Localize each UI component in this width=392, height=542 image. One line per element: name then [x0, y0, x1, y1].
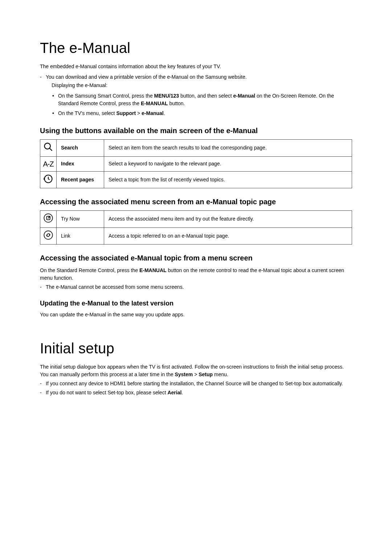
initial-setup-intro: The initial setup dialogue box appears w…: [40, 363, 352, 378]
heading-e-manual: The e-Manual: [40, 40, 352, 56]
svg-point-0: [45, 143, 50, 149]
text: button, and then select: [179, 93, 233, 99]
note-download: You can download and view a printable ve…: [40, 73, 352, 81]
note-aerial: If you do not want to select Set-top box…: [40, 389, 352, 397]
search-icon: [40, 140, 57, 157]
svg-line-1: [50, 148, 52, 151]
table-row: Try Now Access the associated menu item …: [40, 211, 352, 228]
heading-updating: Updating the e-Manual to the latest vers…: [40, 300, 352, 307]
text: button.: [168, 100, 185, 106]
heading-initial-setup: Initial setup: [40, 340, 352, 357]
index-label: Index: [57, 156, 104, 171]
emanual-button-label: E-MANUAL: [139, 267, 167, 273]
table-row: A-Z Index Select a keyword to navigate t…: [40, 156, 352, 171]
text: .: [181, 390, 183, 395]
link-desc: Access a topic referred to on an e-Manua…: [104, 227, 352, 245]
setup-label: Setup: [199, 371, 213, 377]
link-label: Link: [57, 227, 104, 245]
document-page: The e-Manual The embedded e-Manual conta…: [0, 0, 392, 542]
system-label: System: [175, 371, 193, 377]
table-row: Link Access a topic referred to on an e-…: [40, 227, 352, 245]
text: >: [193, 371, 199, 377]
sub-displaying: Displaying the e-Manual:: [40, 82, 352, 89]
trynow-desc: Access the associated menu item and try …: [104, 211, 352, 228]
search-desc: Select an item from the search results t…: [104, 140, 352, 157]
link-icon: [40, 227, 57, 245]
heading-accessing-menu: Accessing the associated menu screen fro…: [40, 198, 352, 206]
note-cannot-access: The e-Manual cannot be accessed from som…: [40, 283, 352, 291]
text: >: [136, 110, 142, 116]
bullet-tv-menu: On the TV's menu, select Support > e-Man…: [40, 110, 352, 117]
search-label: Search: [57, 140, 104, 157]
text: On the Standard Remote Control, press th…: [40, 267, 139, 273]
accessing-body: On the Standard Remote Control, press th…: [40, 267, 352, 282]
index-icon: A-Z: [40, 156, 57, 171]
intro-text: The embedded e-Manual contains informati…: [40, 63, 352, 70]
trynow-icon: [40, 211, 57, 228]
recent-desc: Select a topic from the list of recently…: [104, 171, 352, 188]
emanual-label: e-Manual: [142, 110, 164, 116]
emanual-button-label: E-MANUAL: [141, 100, 168, 106]
aerial-label: Aerial: [167, 390, 181, 395]
updating-body: You can update the e-Manual in the same …: [40, 311, 352, 319]
note-hdmi1: If you connect any device to HDMI1 befor…: [40, 380, 352, 387]
index-desc: Select a keyword to navigate to the rele…: [104, 156, 352, 171]
trynow-label: Try Now: [57, 211, 104, 228]
buttons-table: Search Select an item from the search re…: [40, 139, 352, 188]
text: On the TV's menu, select: [58, 110, 116, 116]
recent-label: Recent pages: [57, 171, 104, 188]
bullet-smart-control: On the Samsung Smart Control, press the …: [40, 92, 352, 107]
support-label: Support: [116, 110, 136, 116]
text: If you do not want to select Set-top box…: [46, 390, 167, 395]
recent-icon: [40, 171, 57, 188]
text: .: [164, 110, 165, 116]
table-row: Recent pages Select a topic from the lis…: [40, 171, 352, 188]
heading-accessing-from-menu: Accessing the associated e-Manual topic …: [40, 254, 352, 262]
text: menu.: [213, 371, 228, 377]
emanual-label: e-Manual: [233, 93, 256, 99]
svg-point-6: [44, 231, 52, 239]
topic-table: Try Now Access the associated menu item …: [40, 210, 352, 245]
text: On the Samsung Smart Control, press the: [58, 93, 154, 99]
heading-using-buttons: Using the buttons available on the main …: [40, 127, 352, 135]
menu123-label: MENU/123: [154, 93, 179, 99]
table-row: Search Select an item from the search re…: [40, 140, 352, 157]
